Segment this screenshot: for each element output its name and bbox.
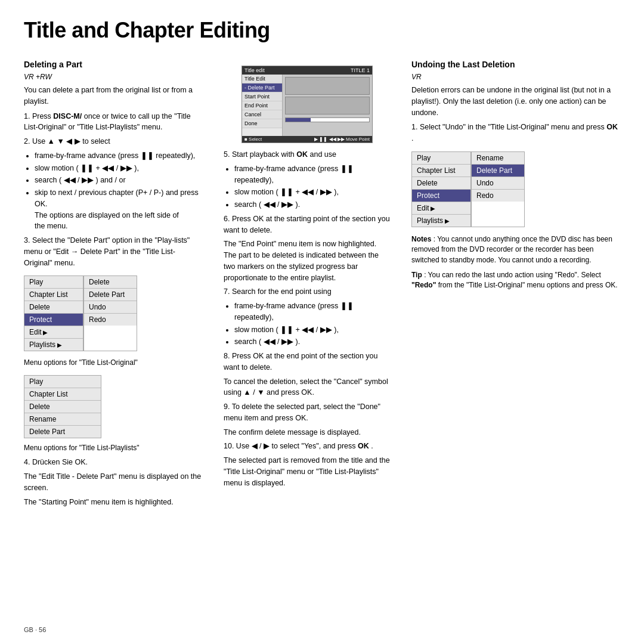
undoing-section-title: Undoing the Last Deletion — [411, 60, 620, 69]
undo-redo: Redo — [472, 190, 524, 202]
footer: GB · 56 — [24, 626, 46, 633]
undo-delete: Delete — [412, 177, 470, 190]
screen-img-top — [285, 77, 370, 95]
screen-top-bar: Title edit TITLE 1 — [242, 66, 372, 75]
s-start-point: Start Point — [242, 92, 282, 101]
menu-edit: Edit — [24, 326, 83, 339]
undoing-intro: Deletion errors can be undone in the ori… — [411, 85, 620, 118]
s-end-point: End Point — [242, 101, 282, 110]
undo-protect: Protect — [412, 190, 470, 202]
step7-bullets: frame-by-frame advance (press ❚❚ repeate… — [234, 301, 391, 348]
menu-playlists: Playlists — [24, 339, 83, 351]
menu-undo: Undo — [84, 301, 137, 314]
step1: 1. Press DISC-M/ once or twice to call u… — [24, 111, 203, 134]
disc-m-label: DISC-M/ — [53, 112, 82, 120]
undo-menu-col2: Rename Delete Part Undo Redo — [471, 151, 525, 227]
pl-rename: Rename — [24, 413, 101, 426]
screen-right — [283, 75, 372, 140]
undo-undo: Undo — [472, 177, 524, 190]
screen-bottom-bar: ■ Select ▶ ❚❚ ◀◀ ▶▶ Move Point — [242, 136, 372, 143]
pl-play: Play — [24, 376, 101, 388]
s7-b1: frame-by-frame advance (press ❚❚ repeate… — [234, 301, 391, 323]
screen-illustration: Title edit TITLE 1 Title Edit - Delete P… — [242, 66, 373, 143]
screen-img-bottom — [285, 97, 370, 114]
step8: 8. Press OK at the end point of the sect… — [224, 351, 391, 373]
step2-label: 2. Use ▲ ▼ ◀ ▶ to select — [24, 136, 203, 147]
notes-text: Notes : You cannot undo anything once th… — [411, 234, 620, 265]
menu-col1: Play Chapter List Delete Protect Edit Pl… — [24, 275, 83, 351]
menu-title-list-original: Play Chapter List Delete Protect Edit Pl… — [24, 272, 203, 355]
s-title-edit: Title Edit — [242, 75, 282, 83]
step8b: To cancel the deletion, select the "Canc… — [224, 376, 391, 399]
s5-b3: search ( ◀◀ / ▶▶ ). — [234, 199, 391, 210]
screen-left-menu: Title Edit - Delete Part Start Point End… — [242, 75, 283, 140]
step4-line3: The "Starting Point" menu item is highli… — [24, 497, 203, 508]
s7-b3: search ( ◀◀ / ▶▶ ). — [234, 336, 391, 348]
s5-b1: frame-by-frame advance (press ❚❚ repeate… — [234, 163, 391, 186]
undoing-step1: 1. Select "Undo" in the "Title List-Orig… — [411, 122, 620, 144]
undoing-format-label: VR — [411, 73, 620, 81]
deleting-section-title: Deleting a Part — [24, 60, 203, 69]
step10: 10. Use ◀ / ▶ to select "Yes", and press… — [224, 441, 391, 452]
screen-content: Title Edit - Delete Part Start Point End… — [242, 75, 372, 140]
step9b: The confirm delete message is displayed. — [224, 427, 391, 438]
pl-chapter-list: Chapter List — [24, 388, 101, 401]
step2-bullets: frame-by-frame advance (press ❚❚ repeate… — [35, 150, 203, 232]
s5-b2: slow motion ( ❚❚ + ◀◀ / ▶▶ ), — [234, 187, 391, 198]
undo-playlists: Playlists — [412, 215, 470, 227]
step7-label: 7. Search for the end point using — [224, 286, 391, 298]
screen-title-num: TITLE 1 — [351, 67, 370, 73]
s-delete-part: - Delete Part — [242, 83, 282, 92]
left-column: Deleting a Part VR +RW You can delete a … — [24, 60, 215, 510]
s-cancel: Cancel — [242, 110, 282, 119]
middle-column: Title edit TITLE 1 Title Edit - Delete P… — [215, 60, 400, 510]
bullet-search: search ( ◀◀ / ▶▶ ) and / or — [35, 175, 203, 186]
s7-b2: slow motion ( ❚❚ + ◀◀ / ▶▶ ), — [234, 324, 391, 336]
menu-col2: Delete Delete Part Undo Redo — [83, 275, 137, 351]
s-done: Done — [242, 119, 282, 128]
menu-play: Play — [24, 276, 83, 289]
undo-menu-col1: Play Chapter List Delete Protect Edit Pl… — [411, 151, 471, 227]
page: Title and Chapter Editing Deleting a Par… — [0, 0, 644, 644]
step10b: The selected part is removed from the ti… — [224, 455, 391, 488]
menu-undoing: Play Chapter List Delete Protect Edit Pl… — [411, 148, 620, 231]
menu-title-list-playlists: Play Chapter List Delete Rename Delete P… — [24, 375, 101, 438]
menu-caption-playlists: Menu options for "Title List-Playlists" — [24, 444, 203, 452]
bullet-frame: frame-by-frame advance (press ❚❚ repeate… — [35, 150, 203, 162]
menu-delete: Delete — [24, 301, 83, 314]
deleting-intro: You can delete a part from the original … — [24, 85, 203, 107]
bullet-slow: slow motion ( ❚❚ + ◀◀ / ▶▶ ), — [35, 163, 203, 174]
right-column: Undoing the Last Deletion VR Deletion er… — [400, 60, 620, 510]
screen-select: ■ Select — [244, 137, 262, 142]
deleting-format-label: VR +RW — [24, 73, 203, 81]
step4: 4. Drücken Sie OK. — [24, 457, 203, 468]
step6b: The "End Point" menu item is now highlig… — [224, 239, 391, 283]
menu-redo: Redo — [84, 314, 137, 326]
pl-delete-part: Delete Part — [24, 426, 101, 438]
step3: 3. Select the "Delete Part" option in th… — [24, 235, 203, 268]
tip-text: Tip : You can redo the last undo action … — [411, 270, 620, 291]
bullet-skip: skip to next / previous chapter (P+ / P-… — [35, 187, 203, 232]
menu-chapter-list: Chapter List — [24, 289, 83, 301]
step9: 9. To delete the selected part, select t… — [224, 401, 391, 424]
undo-edit: Edit — [412, 202, 470, 215]
step5-label: 5. Start playback with OK and use — [224, 149, 391, 160]
undo-delete-part: Delete Part — [472, 165, 524, 177]
menu-protect: Protect — [24, 314, 83, 326]
page-title: Title and Chapter Editing — [24, 18, 620, 43]
footer-text: GB · 56 — [24, 626, 46, 633]
screen-title-edit: Title edit — [244, 67, 265, 73]
step6: 6. Press OK at the starting point of the… — [224, 213, 391, 236]
undo-play: Play — [412, 152, 470, 165]
screen-progress — [285, 117, 370, 122]
menu-caption-original: Menu options for "Title List-Original" — [24, 358, 203, 367]
screen-move-point: ▶ ❚❚ ◀◀ ▶▶ Move Point — [314, 137, 370, 142]
pl-delete: Delete — [24, 401, 101, 413]
menu-delete-part: Delete Part — [84, 289, 137, 301]
screen-progress-fill — [286, 118, 311, 122]
menu-delete-opt: Delete — [84, 276, 137, 289]
step4-line2: The "Edit Title - Delete Part" menu is d… — [24, 471, 203, 494]
undo-rename: Rename — [472, 152, 524, 165]
undo-chapter-list: Chapter List — [412, 165, 470, 177]
step5-bullets: frame-by-frame advance (press ❚❚ repeate… — [234, 163, 391, 210]
